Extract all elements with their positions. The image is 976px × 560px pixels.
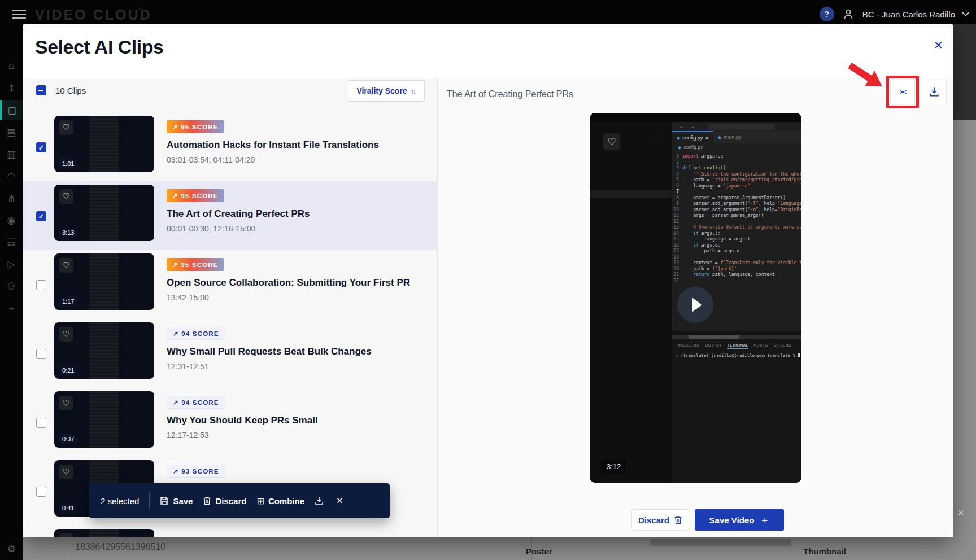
clip-checkbox[interactable] (36, 418, 46, 428)
heart-icon[interactable]: ♡ (59, 533, 73, 537)
clip-checkbox[interactable] (36, 280, 46, 290)
user-icon (842, 8, 855, 20)
toolbar-discard-button[interactable]: Discard (203, 496, 246, 506)
favorite-heart-icon[interactable]: ♡ (603, 133, 620, 150)
toolbar-save-button[interactable]: Save (160, 496, 193, 506)
account-name[interactable]: BC - Juan Carlos Radillo (862, 10, 955, 19)
virality-score-badge: ↗ 94 SCORE (167, 327, 225, 340)
video-player[interactable]: ⋯ ← → ◆config.py✕ ◆main.py ◆config.py 1i… (590, 113, 801, 483)
annotation-highlight-box (886, 76, 919, 108)
clip-thumbnail[interactable]: ♡ (54, 529, 154, 537)
sidebar-media-icon[interactable]: ▤ (0, 123, 23, 142)
annotation-arrow (843, 60, 890, 93)
toolbar-close-icon[interactable]: ✕ (336, 496, 343, 506)
heart-icon[interactable]: ♡ (59, 189, 73, 204)
virality-sort-button[interactable]: Virality Score ↑↓ (348, 80, 425, 102)
clip-title: Open Source Collaboration: Submitting Yo… (167, 277, 410, 288)
clip-checkbox[interactable] (36, 487, 46, 497)
editor-scrollbar (672, 335, 801, 339)
sidebar-audience-icon[interactable]: ◉ (0, 211, 23, 230)
clip-times: 03:01-03:54, 04:11-04:20 (167, 155, 255, 164)
clip-times: 13:42-15:00 (167, 293, 209, 302)
play-button[interactable] (677, 287, 713, 323)
sidebar-tv-icon[interactable]: ▥ (0, 145, 23, 164)
clip-duration-badge: 0:21 (59, 365, 77, 375)
clip-row-4[interactable]: ♡ 0:21 ↗ 94 SCORE Why Small Pull Request… (23, 319, 438, 388)
editor-breadcrumb: ◆config.py (678, 145, 703, 150)
clip-thumbnail[interactable]: ♡ 1:01 (54, 116, 154, 172)
clip-row-2[interactable]: ♡ 3:13 ↗ 95 SCORE The Art of Creating Pe… (23, 181, 438, 250)
preview-duration-badge: 3:12 (601, 460, 626, 474)
help-icon[interactable]: ? (820, 7, 834, 21)
sidebar-gear-icon[interactable]: ⚙ (0, 539, 23, 558)
heart-icon[interactable]: ♡ (59, 465, 73, 479)
heart-icon[interactable]: ♡ (59, 258, 73, 273)
clip-checkbox[interactable] (36, 211, 46, 221)
clips-list-panel: 10 Clips Virality Score ↑↓ ♡ 1:01 ↗ 95 S… (23, 78, 438, 537)
clip-duration-badge: 3:13 (59, 228, 77, 238)
editor-nav-arrows: ← → (679, 123, 697, 129)
selected-count: 2 selected (101, 496, 139, 506)
sidebar-analytics-icon[interactable]: ☷ (0, 233, 23, 252)
clip-row-5[interactable]: ♡ 0:37 ↗ 94 SCORE Why You Should Keep PR… (23, 388, 438, 457)
clip-row-3[interactable]: ♡ 1:17 ↗ 95 SCORE Open Source Collaborat… (23, 250, 438, 319)
clip-thumbnail[interactable]: ♡ 0:37 (54, 391, 154, 448)
editor-tab-config: ◆config.py✕ (672, 131, 713, 143)
toolbar-download-button[interactable] (315, 496, 324, 505)
background-redacted-field (650, 539, 791, 546)
download-clip-button[interactable] (922, 80, 947, 104)
editor-searchbox (708, 124, 775, 130)
save-video-button[interactable]: Save Video＋ (695, 509, 784, 531)
sidebar-users-icon[interactable]: ⚇ (0, 277, 23, 296)
terminal-region: PROBLEMSOUTPUTTERMINALPORTSGITLENS ○ (tr… (672, 339, 801, 483)
terminal-prompt: ○ (translate) jradillo@jradillo-pro tran… (676, 353, 800, 358)
dim-overlay-right: ✕ (953, 24, 976, 560)
clip-title: The Art of Creating Perfect PRs (167, 208, 310, 220)
heart-icon[interactable]: ♡ (59, 327, 73, 342)
selection-toolbar: 2 selected Save Discard ⊞ Combine (89, 483, 390, 518)
sidebar-upload-icon[interactable]: ↥ (0, 78, 23, 98)
clip-times: 12:17-12:53 (167, 431, 209, 440)
background-close-icon: ✕ (957, 508, 965, 518)
modal-title: Select AI Clips (35, 36, 163, 58)
sidebar-share-icon[interactable]: ⋔ (0, 189, 23, 208)
sidebar-plug-icon[interactable]: ⌁ (0, 299, 23, 318)
virality-score-badge: ↗ 93 SCORE (167, 465, 225, 478)
clip-row-1[interactable]: ♡ 1:01 ↗ 95 SCORE Automation Hacks for I… (23, 112, 438, 181)
clip-checkbox[interactable] (36, 142, 46, 152)
heart-icon[interactable]: ♡ (59, 120, 73, 135)
sidebar-home-icon[interactable]: ⌂ (0, 56, 23, 76)
sidebar-video-camera-icon[interactable]: ▢ (0, 100, 23, 120)
terminal-tab-gitlens: GITLENS (774, 343, 791, 349)
player-window-bar (590, 113, 801, 122)
download-icon (929, 87, 939, 97)
clip-thumbnail[interactable]: ♡ 1:17 (54, 253, 154, 310)
clip-times: 00:01-00:30, 12:16-15:00 (167, 224, 255, 233)
heart-icon[interactable]: ♡ (59, 396, 73, 410)
clip-count: 10 Clips (55, 86, 86, 95)
close-icon[interactable]: ✕ (934, 38, 943, 52)
clip-duration-badge: 1:01 (59, 159, 77, 169)
clip-title: Why You Should Keep PRs Small (167, 415, 318, 426)
clip-duration-badge: 1:17 (59, 296, 77, 307)
clip-thumbnail[interactable]: ♡ 3:13 (54, 185, 154, 241)
clip-thumbnail[interactable]: ♡ 0:21 (54, 322, 154, 379)
sidebar-chat-icon[interactable]: ◠ (0, 167, 23, 186)
clip-checkbox[interactable] (36, 349, 46, 359)
toolbar-combine-button[interactable]: ⊞ Combine (256, 496, 304, 506)
clip-duration-badge: 0:37 (59, 434, 77, 444)
trash-icon (203, 496, 211, 505)
chevron-down-icon[interactable] (962, 9, 969, 16)
virality-score-badge: ↗ 95 SCORE (167, 258, 224, 271)
menu-icon[interactable] (12, 10, 26, 19)
clip-row-7[interactable]: ♡ (23, 526, 438, 537)
sidebar-player-icon[interactable]: ▷ (0, 255, 23, 274)
preview-title: The Art of Creating Perfect PRs (447, 89, 573, 99)
editor-sidebar-region: ⋯ (590, 122, 672, 483)
discard-button[interactable]: Discard (631, 509, 689, 531)
select-all-checkbox[interactable] (36, 85, 46, 95)
app-sidebar: ⌂↥▢▤▥◠⋔◉☷▷⚇⌁⚙⊔ (0, 28, 23, 560)
virality-score-badge: ↗ 95 SCORE (167, 120, 224, 133)
trash-icon (674, 515, 682, 524)
brand-logo: VIDEO CLOUD (35, 7, 152, 23)
